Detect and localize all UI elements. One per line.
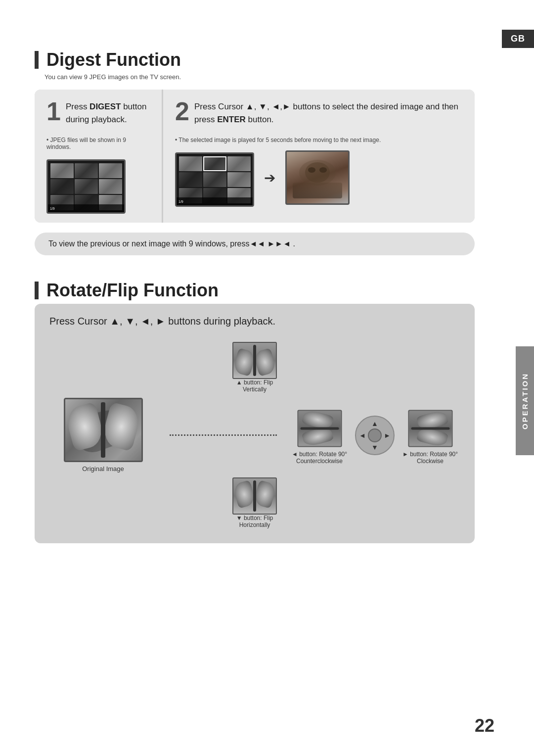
step2-note: The selected image is played for 5 secon… [175,137,463,143]
tv-cell [99,179,122,194]
butterfly-bottom [232,477,277,515]
step1-prefix: Press [66,102,89,111]
step2-box: 2 Press Cursor ▲, ▼, ◄,► buttons to sele… [163,90,475,223]
right-label: ► button: Rotate 90° Clockwise [400,451,460,465]
tv-grid-2 [179,156,251,203]
rotate-diagram-wrapper: ▲ button: Flip Vertically Original Image [49,342,460,528]
step2-bold: ENTER [217,115,246,124]
tv-cell [179,172,202,187]
butterfly-left [297,410,342,447]
middle-row: Original Image [49,398,460,472]
center-group: ◄ button: Rotate 90° Counterclockwise ▲ … [290,406,460,465]
tv-cell [50,179,74,194]
top-butterfly-group: ▲ button: Flip Vertically [225,342,284,393]
main-content: Digest Function You can view 9 JPEG imag… [0,0,509,573]
step1-bold: DIGEST [89,102,121,111]
digest-subtitle: You can view 9 JPEG images on the TV scr… [44,73,475,81]
step1-note: JPEG files will be shown in 9 windows. [46,137,150,150]
rotate-title-text: Rotate/Flip Function [46,280,219,301]
rotate-box: Press Cursor ▲, ▼, ◄, ► buttons during p… [35,304,475,543]
dpad-left-arrow: ◄ [359,431,366,439]
tv-cell [227,172,251,187]
tv-cell [99,163,122,178]
tv-info-bar: 1/9 [48,204,124,212]
steps-container: 1 Press DIGEST button during playback. J… [35,90,475,223]
rotate-section: Rotate/Flip Function Press Cursor ▲, ▼, … [35,280,475,543]
bottom-label: ▼ button: Flip Horizontally [225,515,284,528]
step1-text: Press DIGEST button during playback. [66,100,150,126]
step2-tv-screen: 1/9 [175,152,254,207]
left-butterfly-group: ◄ button: Rotate 90° Counterclockwise [290,406,349,465]
step1-number: 1 [46,98,61,124]
tv-cell [75,163,98,178]
dpad-down-arrow: ▼ [371,443,378,451]
page-number: 22 [475,715,494,736]
left-label: ◄ button: Rotate 90° Counterclockwise [290,451,349,465]
dpad-center [368,428,382,442]
tv-cell [179,156,202,171]
hint-row: To view the previous or next image with … [35,233,475,255]
step1-box: 1 Press DIGEST button during playback. J… [35,90,163,223]
tv-info-text-2: 1/9 [178,200,183,203]
tv-cell [50,163,74,178]
tv-info-text: 1/9 [50,207,55,210]
step1-tv-screen: 1/9 [46,159,126,214]
rotate-instruction: Press Cursor ▲, ▼, ◄, ► buttons during p… [49,316,460,327]
digest-section-title: Digest Function [35,49,475,70]
right-arrow-icon: ➔ [258,170,281,186]
step2-number: 2 [175,98,189,124]
hint-text: To view the previous or next image with … [48,239,295,248]
digest-title-text: Digest Function [46,49,181,70]
original-group: Original Image [49,398,157,472]
rotate-section-title: Rotate/Flip Function [35,280,475,301]
tv-cell-selected [203,156,226,171]
dpad: ▲ ▼ ◄ ► [355,416,395,455]
tv-cell [227,156,251,171]
dotted-line [170,434,277,436]
butterfly-right [408,410,452,447]
dpad-up-arrow: ▲ [371,420,378,427]
operation-sidebar: OPERATION [516,346,534,455]
right-butterfly-group: ► button: Rotate 90° Clockwise [400,406,460,465]
cat-image [285,150,350,205]
step2-images: 1/9 ➔ [175,148,463,207]
butterfly-original [64,398,143,462]
dpad-right-arrow: ► [384,431,391,439]
butterfly-top [232,342,277,379]
step2-end: button. [246,115,274,124]
bottom-butterfly-group: ▼ button: Flip Horizontally [225,477,284,528]
rotate-title-bar [35,282,39,299]
tv-cell [203,172,226,187]
top-label: ▲ button: Flip Vertically [225,379,284,393]
center-middle: ◄ button: Rotate 90° Counterclockwise ▲ … [290,406,460,465]
tv-grid [50,163,122,210]
title-bar-decorator [35,51,39,69]
step2-text: Press Cursor ▲, ▼, ◄,► buttons to select… [194,100,463,126]
tv-cell [75,179,98,194]
original-label: Original Image [82,465,124,472]
tv-info-bar-2: 1/9 [177,197,253,205]
